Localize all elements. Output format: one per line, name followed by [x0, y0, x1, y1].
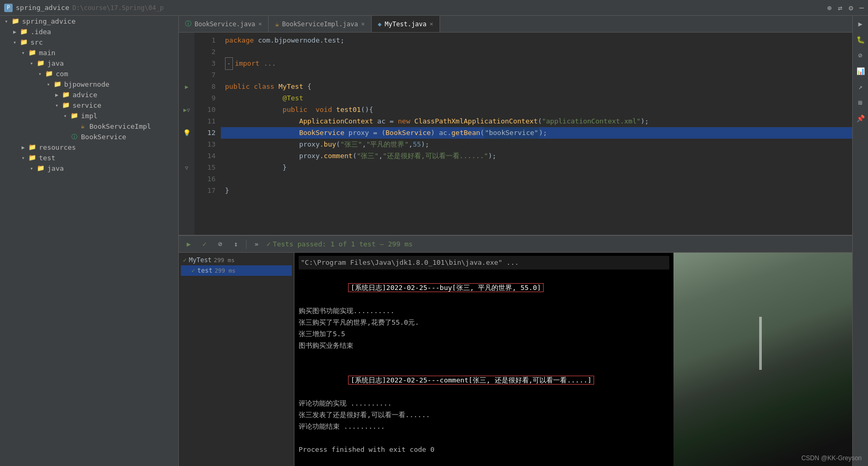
- right-debug-icon[interactable]: 🐛: [855, 34, 866, 45]
- title-bar-left: P spring_advice D:\course\17.Spring\04_p: [4, 4, 164, 12]
- pass-toolbar-btn[interactable]: ✓: [199, 239, 210, 250]
- sidebar-item-idea[interactable]: ▶ 📁 .idea: [0, 26, 178, 37]
- main-label: main: [39, 49, 55, 57]
- test-tree: ✓ MyTest 299 ms ✓ test 299 ms: [179, 253, 294, 466]
- test-pass-icon: ✓: [267, 240, 271, 248]
- linenum-2: 2: [195, 46, 216, 58]
- console-comment-end: 评论功能结束 ..........: [299, 421, 669, 432]
- code-line-2: [221, 46, 852, 58]
- console-output[interactable]: "C:\Program Files\Java\jdk1.8.0_101\bin\…: [294, 253, 673, 466]
- bookserviceimpl-tab-label: BookServiceImpl.java: [282, 20, 358, 28]
- bookservice-tab-close[interactable]: ✕: [259, 20, 262, 27]
- code-content[interactable]: package com.bjpowernode.test; -import ..…: [221, 33, 852, 235]
- right-coverage-icon[interactable]: ⊘: [855, 49, 866, 61]
- sidebar-item-service[interactable]: ▾ 📁 service: [0, 100, 178, 110]
- sidebar-item-resources[interactable]: ▶ 📁 resources: [0, 142, 178, 152]
- import-collapse-btn[interactable]: -: [225, 57, 233, 70]
- road-visual: [673, 253, 852, 466]
- settings-icon[interactable]: ⚙: [849, 4, 853, 12]
- bookservice-interface-icon: ⓘ: [69, 132, 79, 141]
- console-comment-detail: 张三发表了还是很好看,可以看一看......: [299, 409, 669, 421]
- right-pin-icon[interactable]: 📌: [855, 112, 866, 124]
- run-method-btn[interactable]: ▶: [183, 107, 187, 113]
- impl-folder-icon: 📁: [69, 111, 79, 120]
- sidebar-item-main[interactable]: ▾ 📁 main: [0, 47, 178, 58]
- right-login-icon[interactable]: ↗: [855, 81, 866, 92]
- line-numbers: 1 2 3 7 8 9 10 11 12 13 14 15 16 17: [195, 33, 221, 235]
- mytest-pass-icon: ✓: [183, 256, 187, 264]
- mytest-tab-close[interactable]: ✕: [430, 20, 433, 27]
- swap-icon[interactable]: ⇄: [838, 4, 842, 12]
- project-path: D:\course\17.Spring\04_p: [73, 4, 164, 12]
- root-folder-icon: 📁: [11, 17, 20, 25]
- run-class-btn[interactable]: ▶: [185, 84, 189, 90]
- more-toolbar-btn[interactable]: »: [251, 239, 262, 250]
- gutter-16: [179, 173, 195, 185]
- mytest-tree-time: 299 ms: [214, 257, 235, 264]
- sidebar-item-java[interactable]: ▾ 📁 java: [0, 58, 178, 68]
- sidebar-item-bookserviceimpl[interactable]: ▶ ☕ BookServiceImpl: [0, 121, 178, 131]
- linenum-15: 15: [195, 162, 216, 173]
- sidebar-item-root[interactable]: ▾ 📁 spring_advice: [0, 16, 178, 26]
- globe-icon[interactable]: ⊕: [827, 4, 831, 12]
- bookservice-tab-label: BookService.java: [195, 20, 256, 28]
- watermark: CSDN @KK-Greyson: [801, 454, 862, 462]
- sidebar-item-bjpowernode[interactable]: ▾ 📁 bjpowernode: [0, 79, 178, 89]
- root-arrow: ▾: [2, 18, 11, 24]
- sidebar-item-advice[interactable]: ▶ 📁 advice: [0, 89, 178, 100]
- code-line-13: proxy.buy("张三","平凡的世界",55);: [221, 139, 852, 150]
- bookserviceimpl-label: BookServiceImpl: [89, 122, 151, 130]
- minimize-icon[interactable]: ─: [860, 4, 864, 12]
- mytest-tab-label: MyTest.java: [385, 20, 426, 28]
- sidebar: ▾ 📁 spring_advice ▶ 📁 .idea ▾ 📁 src ▾ 📁 …: [0, 16, 179, 466]
- sidebar-item-impl[interactable]: ▾ 📁 impl: [0, 110, 178, 121]
- gutter-14: [179, 150, 195, 162]
- linenum-13: 13: [195, 139, 216, 150]
- test-tree-time: 299 ms: [215, 267, 236, 274]
- idea-folder-icon: 📁: [19, 27, 28, 36]
- main-arrow: ▾: [19, 50, 27, 56]
- title-bar: P spring_advice D:\course\17.Spring\04_p…: [0, 0, 868, 16]
- idea-arrow: ▶: [11, 29, 19, 35]
- sort-toolbar-btn[interactable]: ↕: [230, 239, 242, 250]
- advice-folder-icon: 📁: [61, 90, 70, 99]
- right-run-icon[interactable]: ▶: [855, 18, 866, 29]
- title-bar-icons: ⊕ ⇄ ⚙ ─: [827, 4, 864, 12]
- lamp-icon[interactable]: 💡: [183, 129, 191, 137]
- right-profile-icon[interactable]: 📊: [855, 65, 866, 77]
- bookserviceimpl-tab-close[interactable]: ✕: [361, 20, 365, 27]
- main-folder-icon: 📁: [27, 48, 37, 57]
- linenum-11: 11: [195, 116, 216, 127]
- right-grid-icon[interactable]: ⊞: [855, 97, 866, 108]
- background-road-area: [673, 253, 852, 466]
- collapse-btn-15[interactable]: ▽: [185, 165, 188, 171]
- editor-area: ⓘ BookService.java ✕ ☕ BookServiceImpl.j…: [179, 16, 852, 466]
- run-toolbar-btn[interactable]: ▶: [183, 239, 195, 250]
- test-tree-test[interactable]: ✓ test 299 ms: [181, 265, 292, 276]
- code-line-9: @Test: [221, 92, 852, 104]
- tab-bookserviceimpl[interactable]: ☕ BookServiceImpl.java ✕: [269, 16, 371, 32]
- sidebar-item-com[interactable]: ▾ 📁 com: [0, 68, 178, 79]
- bookserviceimpl-tab-icon: ☕: [275, 20, 279, 28]
- linenum-12: 12: [195, 127, 216, 139]
- bottom-panel: ▶ ✓ ⊘ ↕ » ✓ Tests passed: 1 of 1 test – …: [179, 235, 852, 466]
- test-tree-mytest[interactable]: ✓ MyTest 299 ms: [181, 255, 292, 265]
- idea-label: .idea: [30, 28, 51, 36]
- test-status: ✓ Tests passed: 1 of 1 test – 299 ms: [267, 240, 413, 248]
- tab-bookservice[interactable]: ⓘ BookService.java ✕: [179, 16, 269, 32]
- sidebar-item-bookservice[interactable]: ▶ ⓘ BookService: [0, 131, 178, 142]
- code-line-3[interactable]: -import ...: [221, 58, 852, 69]
- sidebar-item-test-java[interactable]: ▾ 📁 java: [0, 163, 178, 173]
- code-line-17: }: [221, 185, 852, 196]
- impl-label: impl: [81, 112, 97, 120]
- code-line-1: package com.bjpowernode.test;: [221, 35, 852, 46]
- sidebar-item-src[interactable]: ▾ 📁 src: [0, 37, 178, 47]
- sidebar-item-test[interactable]: ▾ 📁 test: [0, 152, 178, 163]
- gutter-8: ▶: [179, 81, 195, 92]
- tab-mytest[interactable]: ◆ MyTest.java ✕: [372, 16, 440, 32]
- stop-toolbar-btn[interactable]: ⊘: [215, 239, 226, 250]
- resources-label: resources: [39, 143, 76, 151]
- advice-label: advice: [73, 91, 97, 99]
- test-folder-icon: 📁: [27, 153, 37, 162]
- collapse-btn-10[interactable]: ▽: [187, 107, 190, 113]
